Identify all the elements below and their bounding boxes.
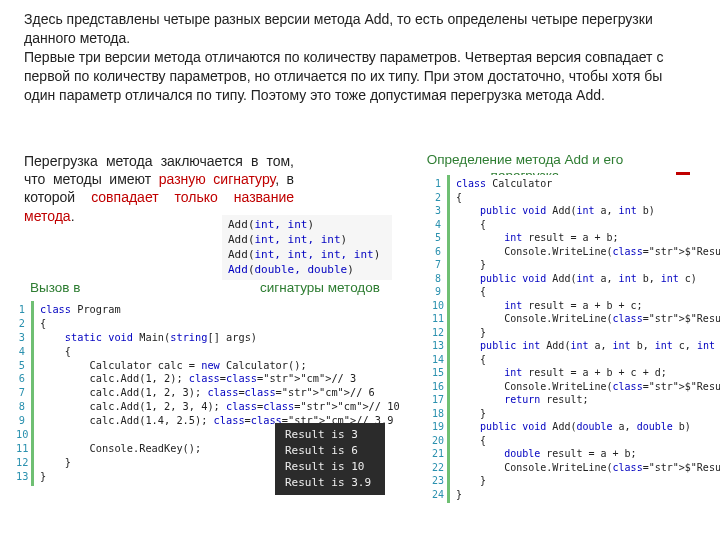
mid-r1: разную сигнатуру — [159, 171, 275, 187]
console-output: Result is 3Result is 6Result is 10Result… — [275, 423, 385, 495]
top-paragraph: Здесь представлены четыре разных версии … — [0, 0, 720, 108]
mid-paragraph: Перегрузка метода заключается в том, что… — [24, 152, 294, 225]
code-calculator-lines: class Calculator{ public void Add(int a,… — [450, 175, 720, 503]
gutter-program: 12345678910111213 — [12, 301, 34, 486]
gutter-calculator: 123456789101112131415161718192021222324 — [428, 175, 450, 503]
code-calculator: 123456789101112131415161718192021222324 … — [428, 175, 710, 503]
signature-list: Add(int, int)Add(int, int, int)Add(int, … — [222, 215, 392, 280]
code-program: 12345678910111213 class Program{ static … — [12, 301, 272, 486]
mid-t3: . — [71, 208, 75, 224]
label-signatures: сигнатуры методов — [260, 280, 380, 296]
